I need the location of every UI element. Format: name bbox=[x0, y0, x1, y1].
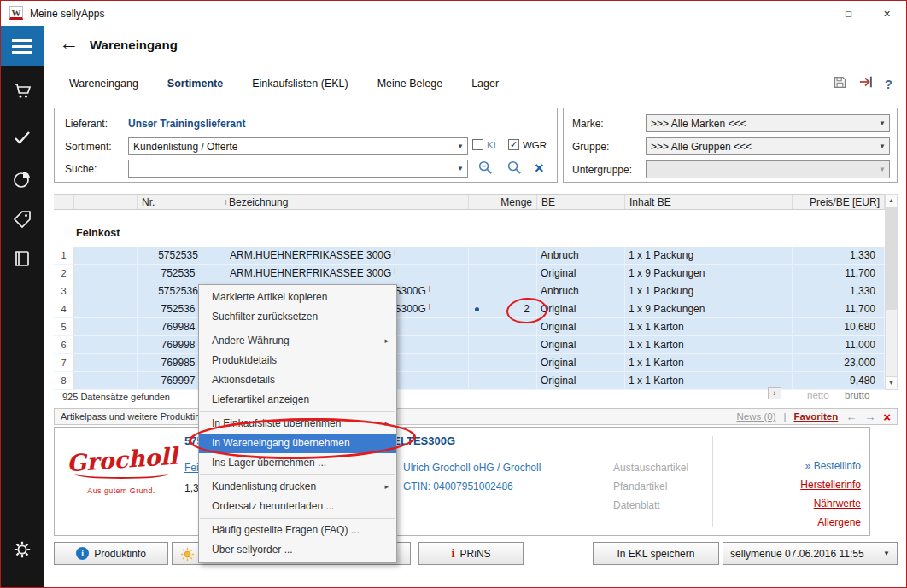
datenblatt-link[interactable]: Datenblatt bbox=[613, 499, 660, 511]
maximize-button[interactable]: □ bbox=[829, 1, 868, 26]
marke-dropdown[interactable]: >>> Alle Marken <<< ▼ bbox=[646, 114, 890, 132]
bestellinfo-link[interactable]: » Bestellinfo bbox=[800, 457, 861, 475]
kl-checkbox-box[interactable] bbox=[472, 139, 483, 150]
checklist-icon[interactable] bbox=[12, 127, 32, 148]
ekl-speichern-button[interactable]: In EKL speichern bbox=[593, 542, 719, 565]
table-row[interactable]: 6 769998 Original 1 x 1 Karton 11,000 bbox=[54, 336, 885, 354]
minimize-button[interactable]: – bbox=[791, 1, 829, 26]
menu-item-lieferartikel-anzeigen[interactable]: Lieferartikel anzeigen bbox=[199, 390, 396, 410]
austauschartikel-link[interactable]: Austauschartikel bbox=[613, 462, 688, 474]
help-icon[interactable]: ? bbox=[885, 77, 892, 91]
news-link[interactable]: News (0) bbox=[736, 411, 775, 422]
netto-toggle[interactable]: netto bbox=[807, 390, 829, 400]
menu-item-aktionsdetails[interactable]: Aktionsdetails bbox=[199, 370, 396, 390]
menu-item-ins-lager[interactable]: Ins Lager übernehmen ... bbox=[199, 453, 396, 473]
catalog-icon[interactable] bbox=[12, 248, 32, 269]
column-header-menge[interactable]: Menge bbox=[469, 195, 537, 209]
table-row[interactable]: 5 769984 Original 1 x 1 Karton 10,680 bbox=[54, 318, 885, 336]
gear-icon[interactable] bbox=[13, 540, 33, 561]
column-header-inhalt[interactable]: Inhalt BE bbox=[625, 195, 793, 209]
scroll-up-icon[interactable]: ▲ bbox=[886, 195, 897, 207]
gruppe-dropdown[interactable]: >>> Alle Gruppen <<< ▼ bbox=[646, 137, 890, 155]
tab-lager[interactable]: Lager bbox=[471, 78, 499, 90]
menu-item-ordersatz-herunterladen[interactable]: Ordersatz herunterladen ... bbox=[199, 497, 396, 516]
sortiment-dropdown[interactable]: Kundenlistung / Offerte ▼ bbox=[128, 137, 468, 155]
chevron-down-icon: ▼ bbox=[454, 143, 464, 150]
menu-item-faq[interactable]: Häufig gestellte Fragen (FAQ) ... bbox=[199, 521, 396, 540]
menu-item-suchfilter-zuruecksetzen[interactable]: Suchfilter zurücksetzen bbox=[199, 307, 396, 327]
tab-einkaufslisten[interactable]: Einkaufslisten (EKL) bbox=[252, 78, 348, 90]
save-icon[interactable] bbox=[833, 75, 847, 93]
tab-wareneingang[interactable]: Wareneingang bbox=[69, 78, 138, 90]
product-detail-panel: 5752536 ARM.HUEHNERGESCHNETZELTES300G Gr… bbox=[54, 427, 870, 536]
menu-item-andere-waehrung[interactable]: Andere Währung▸ bbox=[199, 331, 396, 351]
cell-menge[interactable] bbox=[469, 247, 537, 265]
menu-separator bbox=[200, 329, 395, 329]
cell-menge[interactable] bbox=[469, 282, 537, 300]
pfandartikel-link[interactable]: Pfandartikel bbox=[613, 480, 667, 492]
menu-item-in-einkaufsliste[interactable]: In Einkaufsliste übernehmen▸ bbox=[199, 414, 396, 434]
scrollbar-thumb[interactable] bbox=[886, 207, 897, 310]
export-icon[interactable] bbox=[858, 74, 874, 93]
suche-input[interactable]: ▼ bbox=[128, 160, 468, 178]
record-count: 925 Datensätze gefunden bbox=[62, 392, 170, 402]
wgr-checkbox-box[interactable]: ✓ bbox=[508, 139, 519, 150]
zoom-out-search-icon[interactable] bbox=[477, 160, 494, 179]
nav-left-icon[interactable]: ← bbox=[846, 410, 857, 423]
column-header-nr[interactable]: Nr. bbox=[138, 195, 219, 209]
close-button[interactable]: × bbox=[868, 1, 906, 26]
hamburger-menu-button[interactable] bbox=[1, 26, 44, 66]
close-panel-icon[interactable]: × bbox=[883, 410, 891, 424]
cell-menge[interactable] bbox=[469, 336, 537, 354]
back-button[interactable]: ← bbox=[59, 32, 79, 55]
wgr-checkbox[interactable]: ✓ WGR bbox=[508, 139, 547, 150]
herstellerinfo-link[interactable]: Herstellerinfo bbox=[800, 475, 861, 494]
clear-search-icon[interactable]: × bbox=[535, 160, 544, 176]
suche-label: Suche: bbox=[65, 163, 97, 175]
column-header-bezeichnung[interactable]: ↑Bezeichnung bbox=[219, 195, 469, 209]
tag-icon[interactable] bbox=[12, 209, 32, 230]
hscroll-right-icon[interactable]: › bbox=[768, 387, 781, 399]
chevron-down-icon: ▼ bbox=[454, 165, 464, 172]
scroll-down-icon[interactable]: ▼ bbox=[886, 376, 897, 389]
table-row[interactable]: 2 752535 ARM.HUEHNERFRIKASSEE 300G| Orig… bbox=[54, 265, 885, 282]
table-row[interactable]: 1 5752535 ARM.HUEHNERFRIKASSEE 300G| Anb… bbox=[54, 247, 885, 265]
naehrwerte-link[interactable]: Nährwerte bbox=[800, 494, 861, 513]
cell-menge[interactable] bbox=[469, 372, 537, 390]
table-row-selected[interactable]: 4 752536 ARM.HUEHNERGESCHNETZELTES300G| … bbox=[54, 300, 885, 318]
tab-meine-belege[interactable]: Meine Belege bbox=[377, 78, 442, 90]
menu-item-kundenlistung-drucken[interactable]: Kundenlistung drucken▸ bbox=[199, 477, 396, 497]
table-row[interactable]: 8 769997 Original 1 x 1 Karton 9,480 bbox=[54, 372, 885, 390]
pie-chart-icon[interactable] bbox=[12, 169, 32, 189]
cell-rownum: 3 bbox=[54, 282, 74, 300]
sellymenue-dropdown[interactable]: sellymenue 07.06.2016 11:55 ▼ bbox=[723, 542, 898, 565]
cell-rownum: 1 bbox=[54, 247, 74, 265]
table-row[interactable]: 7 769985 Original 1 x 1 Karton 23,000 bbox=[54, 354, 885, 372]
nav-right-icon[interactable]: → bbox=[864, 410, 875, 423]
menu-item-ueber-sellyorder[interactable]: Über sellyorder ... bbox=[199, 540, 396, 560]
prins-button[interactable]: i PRiNS bbox=[418, 542, 524, 565]
menu-item-in-wareneingang[interactable]: In Wareneingang übernehmen bbox=[199, 434, 396, 453]
tab-sortimente[interactable]: Sortimente bbox=[167, 78, 223, 90]
cell-menge[interactable] bbox=[469, 265, 537, 282]
table-scrollbar[interactable]: ▲ ▼ bbox=[885, 194, 898, 390]
cell-rownum: 5 bbox=[54, 318, 74, 336]
artikelpass-bar: Artikelpass und weitere Produktinformati… bbox=[54, 408, 898, 425]
cell-menge[interactable] bbox=[469, 354, 537, 372]
filter-box-right: Marke: >>> Alle Marken <<< ▼ Gruppe: >>>… bbox=[563, 108, 898, 183]
produktinfo-button[interactable]: i Produktinfo bbox=[54, 542, 168, 565]
table-row[interactable]: 3 5752536 ARM.HUEHNERGESCHNETZELTES300G|… bbox=[54, 282, 885, 300]
search-icon[interactable] bbox=[506, 160, 523, 179]
cart-icon[interactable] bbox=[12, 80, 32, 101]
allergene-link[interactable]: Allergene bbox=[800, 513, 861, 532]
menu-item-markierte-kopieren[interactable]: Markierte Artikel kopieren bbox=[199, 288, 396, 307]
favoriten-link[interactable]: Favoriten bbox=[793, 411, 838, 422]
lieferant-link[interactable]: Unser Trainingslieferant bbox=[128, 118, 245, 130]
kl-checkbox[interactable]: KL bbox=[472, 139, 499, 150]
cell-menge[interactable]: 2 bbox=[469, 300, 537, 318]
brutto-toggle[interactable]: brutto bbox=[845, 390, 869, 400]
column-header-preis[interactable]: Preis/BE [EUR] bbox=[793, 195, 885, 209]
column-header-be[interactable]: BE bbox=[537, 195, 625, 209]
cell-menge[interactable] bbox=[469, 318, 537, 336]
menu-item-produktdetails[interactable]: Produktdetails bbox=[199, 351, 396, 370]
